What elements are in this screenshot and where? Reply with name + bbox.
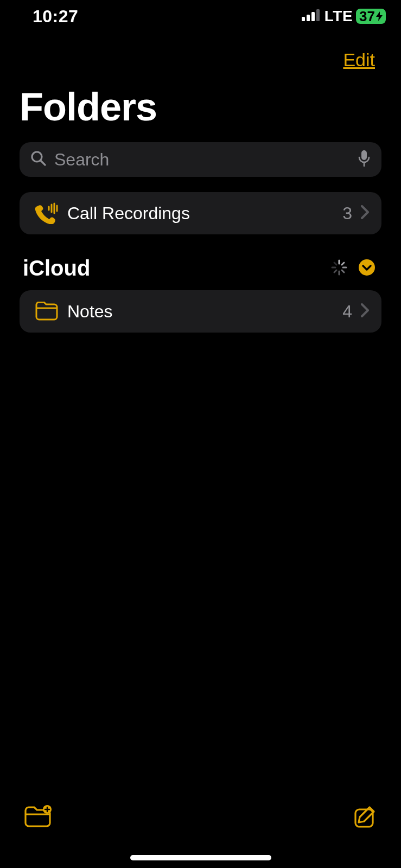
search-bar[interactable]	[20, 142, 381, 177]
svg-line-13	[342, 263, 344, 265]
folder-row-label: Call Recordings	[67, 203, 342, 224]
collapse-toggle-button[interactable]	[359, 259, 375, 278]
folder-row-label: Notes	[67, 302, 342, 322]
chevron-right-icon	[361, 205, 370, 221]
search-bar-container	[0, 142, 401, 192]
phone-wave-icon	[35, 202, 67, 224]
svg-line-19	[334, 263, 336, 265]
svg-rect-1	[307, 15, 310, 21]
bolt-icon	[376, 11, 383, 21]
new-folder-button[interactable]	[24, 805, 52, 831]
status-time: 10:27	[33, 7, 78, 27]
search-input[interactable]	[54, 150, 350, 170]
status-bar: 10:27 LTE 37	[0, 0, 401, 33]
loading-spinner-icon	[330, 259, 348, 278]
folder-row-call-recordings[interactable]: Call Recordings 3	[20, 192, 381, 234]
chevron-right-icon	[361, 303, 370, 320]
svg-rect-6	[361, 150, 367, 160]
status-right: LTE 37	[302, 8, 386, 25]
search-icon	[30, 150, 47, 169]
nav-bar: Edit	[0, 33, 401, 76]
svg-rect-0	[302, 17, 305, 21]
home-indicator[interactable]	[130, 855, 271, 860]
svg-line-15	[342, 270, 344, 272]
battery-percent-label: 37	[359, 9, 375, 24]
cellular-signal-icon	[302, 9, 321, 23]
svg-rect-2	[311, 12, 315, 21]
quick-folders-group: Call Recordings 3	[0, 192, 401, 234]
svg-line-17	[334, 270, 336, 272]
svg-line-5	[41, 161, 45, 165]
section-header-icloud: iCloud	[0, 234, 401, 290]
svg-point-20	[359, 259, 375, 276]
page-title: Folders	[0, 76, 401, 142]
mic-icon[interactable]	[358, 150, 371, 169]
svg-rect-3	[316, 9, 320, 21]
folder-row-count: 4	[342, 302, 352, 322]
compose-note-button[interactable]	[353, 805, 377, 831]
icloud-folders-group: Notes 4	[0, 290, 401, 333]
network-type-label: LTE	[324, 8, 353, 25]
folder-icon	[35, 302, 67, 321]
edit-button[interactable]: Edit	[343, 49, 375, 71]
section-title: iCloud	[23, 256, 90, 280]
battery-indicator: 37	[356, 9, 386, 24]
folder-row-count: 3	[342, 203, 352, 224]
folder-row-notes[interactable]: Notes 4	[20, 290, 381, 333]
